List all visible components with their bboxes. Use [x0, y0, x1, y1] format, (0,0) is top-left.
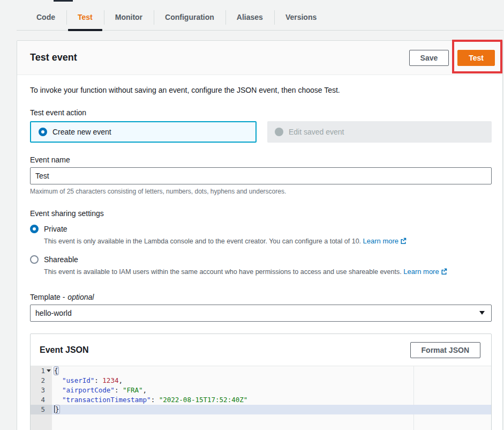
json-string-value: "FRA"	[123, 386, 143, 394]
learn-more-label: Learn more	[403, 268, 439, 276]
page-title: Test event	[30, 52, 77, 63]
radio-disabled-icon	[275, 128, 283, 136]
tab-configuration[interactable]: Configuration	[154, 4, 225, 30]
create-new-event-label: Create new event	[52, 128, 111, 136]
tab-monitor[interactable]: Monitor	[104, 4, 154, 30]
line-number-text: 4	[41, 395, 45, 405]
header-actions: Save Test	[409, 50, 495, 66]
line-number: 3	[31, 385, 52, 395]
shareable-learn-more-link[interactable]: Learn more	[403, 268, 447, 276]
line-number-text: 1	[41, 366, 45, 376]
code-row: 4 "transactionTimestamp": "2022-08-15T17…	[31, 395, 491, 405]
code-row: 2 "userId": 1234,	[31, 376, 491, 385]
code-line[interactable]: "userId": 1234,	[52, 376, 491, 385]
radio-selected-icon[interactable]	[39, 128, 47, 136]
private-description-text: This event is only available in the Lamb…	[44, 238, 361, 245]
tab-code[interactable]: Code	[25, 4, 66, 30]
edit-saved-event-label: Edit saved event	[289, 128, 344, 136]
event-json-actions: Format JSON	[410, 342, 480, 358]
code-line[interactable]: "transactionTimestamp": "2022-08-15T17:5…	[52, 395, 491, 405]
edit-saved-event-option[interactable]: Edit saved event	[267, 121, 492, 143]
event-json-title: Event JSON	[40, 345, 89, 355]
test-event-action-label: Test event action	[30, 108, 492, 117]
code-row: 3 "airportCode": "FRA",	[31, 385, 491, 395]
template-select[interactable]: hello-world	[30, 305, 492, 322]
json-key: "userId"	[62, 376, 94, 384]
line-number-text: 3	[41, 385, 45, 395]
code-row-active: 5 }	[31, 405, 491, 414]
line-number: 4	[31, 395, 52, 405]
top-edge-artifact	[54, 0, 73, 2]
template-select-value: hello-world	[35, 309, 72, 317]
panel-content: To invoke your function without saving a…	[17, 75, 502, 430]
test-event-panel: Test event Save Test To invoke your func…	[17, 40, 503, 430]
template-label: Template -optional	[30, 293, 492, 301]
event-json-container: Event JSON Format JSON 1 { 2	[30, 333, 492, 430]
event-sharing-label: Event sharing settings	[30, 209, 492, 218]
intro-text: To invoke your function without saving a…	[30, 86, 492, 94]
chevron-down-icon	[479, 311, 485, 315]
fold-toggle-icon[interactable]	[47, 369, 51, 372]
shareable-radio-icon[interactable]	[30, 255, 39, 264]
json-number-value: 1234	[102, 376, 118, 384]
private-radio-icon[interactable]	[30, 225, 39, 233]
private-description: This event is only available in the Lamb…	[44, 236, 492, 247]
test-event-action-group: Create new event Edit saved event	[30, 121, 492, 143]
tab-aliases[interactable]: Aliases	[225, 4, 274, 30]
json-string-value: "2022-08-15T17:52:40Z"	[159, 396, 248, 404]
open-brace: {	[54, 367, 58, 375]
line-number-text: 5	[41, 405, 45, 414]
line-number: 1	[31, 366, 52, 376]
shareable-description: This event is available to IAM users wit…	[44, 267, 492, 278]
tab-versions[interactable]: Versions	[274, 4, 328, 30]
event-name-label: Event name	[30, 155, 492, 164]
json-key: "airportCode"	[62, 386, 115, 394]
event-name-help: Maximum of 25 characters consisting of l…	[30, 188, 492, 195]
line-number: 5	[31, 405, 52, 414]
learn-more-label: Learn more	[363, 237, 398, 245]
test-button[interactable]: Test	[457, 50, 495, 66]
private-radio-row[interactable]: Private	[30, 225, 492, 233]
external-link-icon	[441, 268, 447, 278]
tab-test[interactable]: Test	[66, 4, 104, 30]
private-label: Private	[44, 225, 67, 233]
create-new-event-option[interactable]: Create new event	[30, 121, 257, 143]
shareable-label: Shareable	[44, 255, 78, 264]
shareable-description-text: This event is available to IAM users wit…	[44, 268, 402, 276]
template-label-text: Template -	[30, 293, 65, 301]
code-row: 1 {	[31, 366, 491, 376]
event-json-header: Event JSON Format JSON	[31, 334, 491, 366]
template-optional-text: optional	[67, 293, 94, 301]
event-name-input[interactable]	[30, 167, 492, 184]
function-tabs: Code Test Monitor Configuration Aliases …	[17, 4, 503, 31]
panel-header: Test event Save Test	[17, 41, 502, 75]
line-number-text: 2	[41, 376, 45, 385]
json-key: "transactionTimestamp"	[62, 396, 151, 404]
json-code-editor[interactable]: 1 { 2 "userId": 1234, 3 "airportCode	[31, 366, 491, 430]
shareable-radio-row[interactable]: Shareable	[30, 255, 492, 264]
external-link-icon	[400, 237, 407, 247]
save-button[interactable]: Save	[409, 50, 449, 66]
code-line[interactable]: "airportCode": "FRA",	[52, 385, 491, 395]
close-brace: }	[55, 405, 59, 413]
line-number: 2	[31, 376, 52, 385]
format-json-button[interactable]: Format JSON	[410, 342, 480, 358]
code-line[interactable]: {	[52, 366, 491, 376]
private-learn-more-link[interactable]: Learn more	[363, 237, 407, 245]
code-line[interactable]: }	[52, 405, 491, 414]
